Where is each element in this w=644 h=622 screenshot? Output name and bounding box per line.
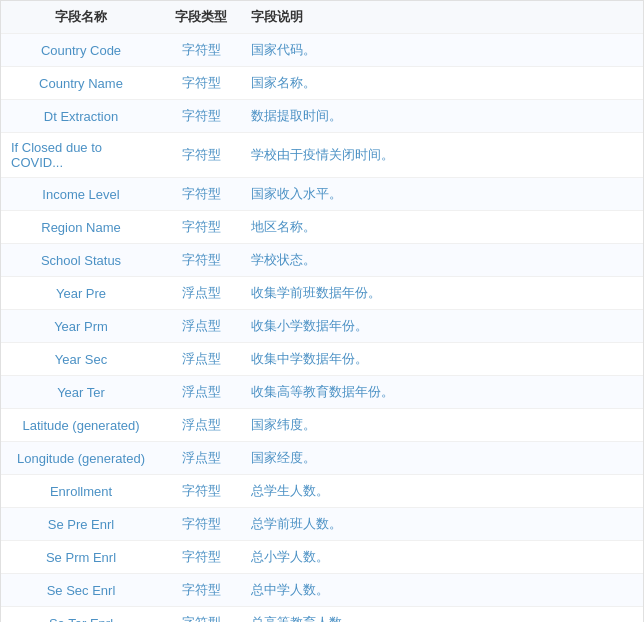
field-type-cell: 字符型	[161, 178, 241, 210]
field-desc-cell: 收集小学数据年份。	[241, 310, 643, 342]
field-name-cell: Year Ter	[1, 376, 161, 408]
field-desc-cell: 国家经度。	[241, 442, 643, 474]
field-desc-cell: 总高等教育人数。	[241, 607, 643, 622]
table-row: Income Level字符型国家收入水平。	[1, 178, 643, 211]
field-name-cell: Dt Extraction	[1, 100, 161, 132]
header-field-name: 字段名称	[1, 1, 161, 33]
table-row: Longitude (generated)浮点型国家经度。	[1, 442, 643, 475]
table-row: Se Sec Enrl字符型总中学人数。	[1, 574, 643, 607]
field-name-cell: Country Name	[1, 67, 161, 99]
field-name-cell: Se Pre Enrl	[1, 508, 161, 540]
field-name-cell: Se Prm Enrl	[1, 541, 161, 573]
field-type-cell: 字符型	[161, 211, 241, 243]
field-name-cell: School Status	[1, 244, 161, 276]
table-row: Dt Extraction字符型数据提取时间。	[1, 100, 643, 133]
field-type-cell: 浮点型	[161, 310, 241, 342]
data-table: 字段名称 字段类型 字段说明 Country Code字符型国家代码。Count…	[0, 0, 644, 622]
table-header: 字段名称 字段类型 字段说明	[1, 1, 643, 34]
field-name-cell: Year Sec	[1, 343, 161, 375]
field-type-cell: 字符型	[161, 244, 241, 276]
field-desc-cell: 国家名称。	[241, 67, 643, 99]
header-field-type: 字段类型	[161, 1, 241, 33]
field-desc-cell: 地区名称。	[241, 211, 643, 243]
field-type-cell: 字符型	[161, 133, 241, 177]
field-name-cell: Longitude (generated)	[1, 442, 161, 474]
field-name-cell: Se Sec Enrl	[1, 574, 161, 606]
table-row: If Closed due to COVID...字符型学校由于疫情关闭时间。	[1, 133, 643, 178]
field-type-cell: 字符型	[161, 508, 241, 540]
field-desc-cell: 收集中学数据年份。	[241, 343, 643, 375]
field-name-cell: Income Level	[1, 178, 161, 210]
field-desc-cell: 数据提取时间。	[241, 100, 643, 132]
table-row: Latitude (generated)浮点型国家纬度。	[1, 409, 643, 442]
field-desc-cell: 国家收入水平。	[241, 178, 643, 210]
table-row: School Status字符型学校状态。	[1, 244, 643, 277]
field-type-cell: 浮点型	[161, 442, 241, 474]
field-name-cell: If Closed due to COVID...	[1, 133, 161, 177]
field-type-cell: 字符型	[161, 607, 241, 622]
field-name-cell: Country Code	[1, 34, 161, 66]
field-desc-cell: 国家纬度。	[241, 409, 643, 441]
field-type-cell: 浮点型	[161, 343, 241, 375]
field-type-cell: 浮点型	[161, 409, 241, 441]
table-row: Region Name字符型地区名称。	[1, 211, 643, 244]
field-desc-cell: 总学前班人数。	[241, 508, 643, 540]
field-type-cell: 字符型	[161, 34, 241, 66]
table-row: Country Name字符型国家名称。	[1, 67, 643, 100]
field-name-cell: Se Ter Enrl	[1, 607, 161, 622]
field-name-cell: Region Name	[1, 211, 161, 243]
field-desc-cell: 学校由于疫情关闭时间。	[241, 133, 643, 177]
field-desc-cell: 学校状态。	[241, 244, 643, 276]
table-row: Se Pre Enrl字符型总学前班人数。	[1, 508, 643, 541]
field-type-cell: 字符型	[161, 100, 241, 132]
table-row: Year Pre浮点型收集学前班数据年份。	[1, 277, 643, 310]
table-row: Country Code字符型国家代码。	[1, 34, 643, 67]
field-type-cell: 字符型	[161, 541, 241, 573]
field-name-cell: Year Pre	[1, 277, 161, 309]
field-name-cell: Year Prm	[1, 310, 161, 342]
field-desc-cell: 收集学前班数据年份。	[241, 277, 643, 309]
table-row: Se Ter Enrl字符型总高等教育人数。	[1, 607, 643, 622]
field-type-cell: 字符型	[161, 475, 241, 507]
field-name-cell: Enrollment	[1, 475, 161, 507]
table-row: Year Prm浮点型收集小学数据年份。	[1, 310, 643, 343]
field-type-cell: 浮点型	[161, 376, 241, 408]
field-type-cell: 浮点型	[161, 277, 241, 309]
table-row: Year Sec浮点型收集中学数据年份。	[1, 343, 643, 376]
table-row: Se Prm Enrl字符型总小学人数。	[1, 541, 643, 574]
field-name-cell: Latitude (generated)	[1, 409, 161, 441]
field-type-cell: 字符型	[161, 574, 241, 606]
field-desc-cell: 国家代码。	[241, 34, 643, 66]
field-desc-cell: 总学生人数。	[241, 475, 643, 507]
field-desc-cell: 总中学人数。	[241, 574, 643, 606]
table-row: Enrollment字符型总学生人数。	[1, 475, 643, 508]
header-field-desc: 字段说明	[241, 1, 643, 33]
table-row: Year Ter浮点型收集高等教育数据年份。	[1, 376, 643, 409]
field-desc-cell: 收集高等教育数据年份。	[241, 376, 643, 408]
field-type-cell: 字符型	[161, 67, 241, 99]
field-desc-cell: 总小学人数。	[241, 541, 643, 573]
